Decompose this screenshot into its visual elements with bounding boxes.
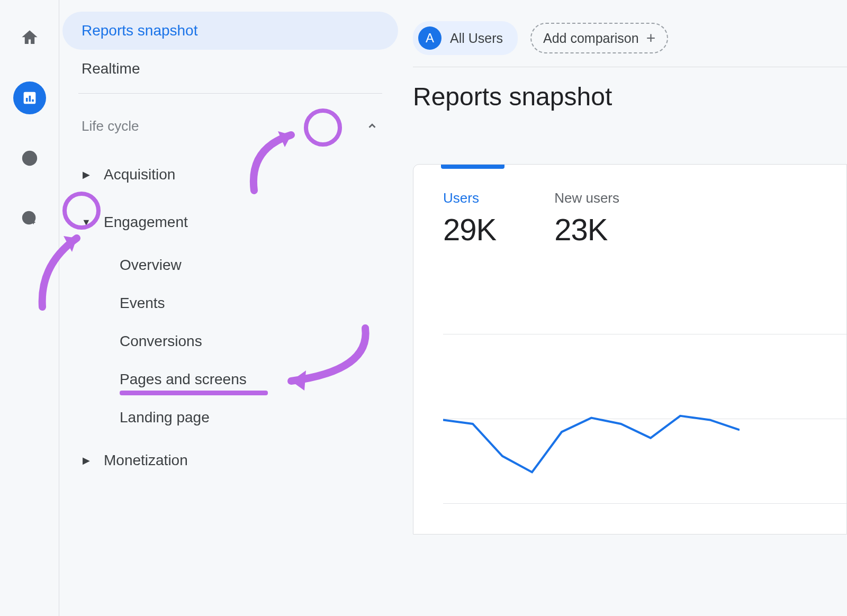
collapse-life-cycle[interactable] bbox=[359, 113, 385, 139]
tree-label: Engagement bbox=[102, 214, 188, 231]
add-comparison-button[interactable]: Add comparison + bbox=[530, 23, 668, 53]
metric-label: Users bbox=[443, 190, 496, 206]
line-chart bbox=[443, 323, 740, 524]
active-metric-indicator bbox=[441, 165, 504, 169]
rail-explore[interactable] bbox=[13, 142, 46, 175]
sub-landing-page[interactable]: Landing page bbox=[62, 398, 398, 437]
nav-realtime[interactable]: Realtime bbox=[62, 50, 398, 88]
tree-label: Acquisition bbox=[102, 166, 175, 183]
caret-down-icon: ▼ bbox=[73, 209, 100, 235]
section-life-cycle[interactable]: Life cycle bbox=[62, 101, 398, 151]
main-area: A All Users Add comparison + Reports sna… bbox=[409, 0, 847, 616]
home-icon bbox=[21, 29, 39, 47]
chevron-up-icon bbox=[366, 120, 378, 132]
sub-events[interactable]: Events bbox=[62, 284, 398, 322]
main-divider bbox=[413, 67, 847, 67]
sub-label: Pages and screens bbox=[120, 371, 247, 387]
rail-home[interactable] bbox=[13, 21, 46, 54]
nav-reports-snapshot[interactable]: Reports snapshot bbox=[62, 12, 398, 50]
page-title: Reports snapshot bbox=[409, 82, 847, 111]
trend-circle-icon bbox=[21, 149, 39, 167]
add-comparison-label: Add comparison bbox=[543, 31, 639, 46]
tree-engagement[interactable]: ▼ Engagement bbox=[62, 198, 398, 246]
plus-icon: + bbox=[646, 30, 656, 46]
nav-item-label: Reports snapshot bbox=[82, 22, 197, 39]
sub-conversions[interactable]: Conversions bbox=[62, 322, 398, 360]
svg-point-6 bbox=[25, 215, 31, 221]
caret-right-icon: ▶ bbox=[73, 161, 100, 188]
tree-label: Monetization bbox=[102, 452, 188, 469]
metrics-card: Users 29K New users 23K bbox=[413, 164, 847, 535]
segment-avatar-letter: A bbox=[426, 31, 434, 46]
target-cursor-icon bbox=[21, 210, 39, 228]
sub-pages-and-screens[interactable]: Pages and screens bbox=[62, 360, 398, 398]
sub-label: Overview bbox=[120, 257, 182, 273]
tree-monetization[interactable]: ▶ Monetization bbox=[62, 437, 398, 484]
rail-advertising[interactable] bbox=[13, 202, 46, 235]
caret-right-icon: ▶ bbox=[73, 447, 100, 474]
rail-reports[interactable] bbox=[13, 81, 46, 114]
svg-rect-1 bbox=[25, 98, 28, 102]
svg-rect-3 bbox=[32, 99, 34, 102]
segment-avatar: A bbox=[418, 26, 441, 50]
nav-panel: Reports snapshot Realtime Life cycle ▶ A… bbox=[59, 0, 409, 616]
tree-acquisition[interactable]: ▶ Acquisition bbox=[62, 151, 398, 198]
bar-chart-icon bbox=[21, 89, 39, 107]
icon-rail bbox=[0, 0, 59, 616]
metric-value: 23K bbox=[554, 212, 619, 247]
segment-label: All Users bbox=[450, 31, 503, 46]
metric-users[interactable]: Users 29K bbox=[443, 190, 496, 247]
svg-rect-2 bbox=[29, 96, 31, 102]
segment-bar: A All Users Add comparison + bbox=[409, 21, 847, 55]
sub-overview[interactable]: Overview bbox=[62, 246, 398, 284]
metric-value: 29K bbox=[443, 212, 496, 247]
section-label: Life cycle bbox=[82, 118, 139, 134]
nav-divider bbox=[78, 93, 382, 94]
nav-item-label: Realtime bbox=[82, 60, 140, 77]
sub-label: Events bbox=[120, 295, 165, 311]
metric-new-users[interactable]: New users 23K bbox=[554, 190, 619, 247]
sub-label: Conversions bbox=[120, 333, 202, 349]
segment-chip-all-users[interactable]: A All Users bbox=[413, 21, 518, 55]
metric-label: New users bbox=[554, 190, 619, 206]
sub-label: Landing page bbox=[120, 409, 210, 425]
